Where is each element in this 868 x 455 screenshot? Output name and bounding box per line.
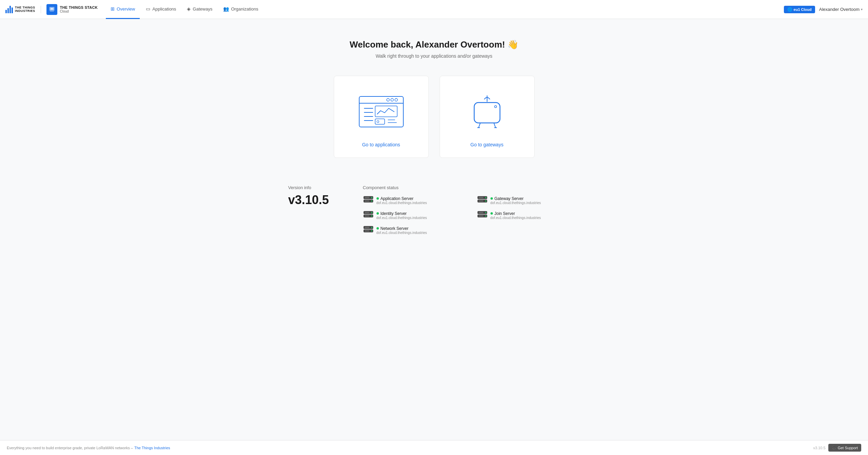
status-dot-application-server [377, 197, 379, 200]
applications-card[interactable]: Go to applications [334, 76, 429, 158]
component-item-gateway-server: Gateway Server dof.eu1.cloud.thethings.i… [477, 196, 580, 205]
get-support-button[interactable]: 🎧 Get Support [828, 444, 861, 452]
tti-logo-bars [5, 6, 13, 13]
navbar-left: THE THINGS INDUSTRIES THE THINGS STACK C… [5, 0, 263, 19]
svg-rect-3 [50, 11, 54, 12]
tti-logo [5, 6, 13, 13]
component-details-identity-server: Identity Server dof.eu1.cloud.thethings.… [377, 211, 427, 220]
component-item-join-server: Join Server dof.eu1.cloud.thethings.indu… [477, 211, 580, 220]
nav-label-applications: Applications [152, 6, 176, 12]
tts-line1: THE THINGS STACK [60, 5, 98, 10]
component-url-gateway-server: dof.eu1.cloud.thethings.industries [490, 201, 541, 205]
component-item-application-server: Application Server dof.eu1.cloud.thethin… [363, 196, 466, 205]
nav-item-applications[interactable]: ▭ Applications [141, 0, 181, 19]
info-section: Version info v3.10.5 Component status [288, 185, 580, 235]
nav-item-organizations[interactable]: 👥 Organizations [218, 0, 263, 19]
component-name-row-join-server: Join Server [490, 211, 541, 216]
version-info: Version info v3.10.5 [288, 185, 336, 207]
nav-label-gateways: Gateways [193, 6, 212, 12]
welcome-section: Welcome back, Alexander Overtoom! 👋 Walk… [350, 39, 518, 59]
svg-rect-40 [365, 215, 369, 217]
component-item-identity-server: Identity Server dof.eu1.cloud.thethings.… [363, 211, 466, 220]
svg-rect-39 [365, 212, 369, 213]
version-label: Version info [288, 185, 336, 190]
svg-rect-28 [365, 200, 369, 202]
svg-point-37 [371, 212, 372, 213]
nav-item-gateways[interactable]: ◈ Gateways [182, 0, 217, 19]
tts-brand[interactable]: THE THINGS STACK Cloud [41, 4, 106, 15]
svg-rect-33 [479, 197, 483, 198]
server-icon-join [477, 211, 488, 220]
footer-version: v3.10.5 [813, 446, 826, 450]
tts-logo-svg [49, 6, 55, 13]
welcome-title: Welcome back, Alexander Overtoom! 👋 [350, 39, 518, 50]
get-support-label: Get Support [838, 446, 858, 450]
cloud-badge[interactable]: 🌐 eu1 Cloud [784, 6, 815, 13]
footer-left-text: Everything you need to build enterprise … [7, 446, 133, 450]
component-name-identity-server: Identity Server [381, 211, 407, 216]
gateways-illustration [460, 90, 514, 134]
server-icon-application [363, 196, 374, 205]
component-details-network-server: Network Server dof.eu1.cloud.thethings.i… [377, 226, 427, 235]
applications-svg [354, 90, 408, 134]
gateways-svg [460, 90, 514, 134]
applications-icon: ▭ [146, 6, 150, 12]
applications-illustration [354, 90, 408, 134]
component-url-network-server: dof.eu1.cloud.thethings.industries [377, 231, 427, 235]
overview-icon: ⊞ [111, 6, 115, 12]
gateways-icon: ◈ [187, 6, 191, 12]
server-icon-identity [363, 211, 374, 220]
svg-point-38 [371, 215, 372, 217]
main-content: Welcome back, Alexander Overtoom! 👋 Walk… [0, 19, 868, 440]
user-menu[interactable]: Alexander Overtoom ▾ [819, 7, 863, 12]
svg-rect-52 [365, 230, 369, 232]
tti-brand-text: THE THINGS INDUSTRIES [15, 6, 35, 13]
component-url-identity-server: dof.eu1.cloud.thethings.industries [377, 216, 427, 220]
svg-point-32 [485, 200, 486, 202]
component-details-gateway-server: Gateway Server dof.eu1.cloud.thethings.i… [490, 196, 541, 205]
component-details-application-server: Application Server dof.eu1.cloud.thethin… [377, 196, 427, 205]
component-name-gateway-server: Gateway Server [495, 196, 524, 201]
svg-rect-46 [479, 215, 483, 217]
component-name-network-server: Network Server [381, 226, 409, 231]
svg-point-2 [51, 8, 53, 10]
svg-rect-45 [479, 212, 483, 213]
component-grid: Application Server dof.eu1.cloud.thethin… [363, 196, 580, 235]
svg-rect-51 [365, 227, 369, 228]
welcome-subtitle: Walk right through to your applications … [350, 53, 518, 59]
svg-point-50 [371, 230, 372, 232]
component-status: Component status Appl [363, 185, 580, 235]
footer-tti-link[interactable]: The Things Industries [134, 446, 170, 450]
nav-label-overview: Overview [117, 6, 135, 12]
svg-rect-34 [479, 200, 483, 202]
user-name: Alexander Overtoom [819, 7, 860, 12]
nav-item-overview[interactable]: ⊞ Overview [106, 0, 140, 19]
svg-rect-27 [365, 197, 369, 198]
server-icon-gateway [477, 196, 488, 205]
component-details-join-server: Join Server dof.eu1.cloud.thethings.indu… [490, 211, 541, 220]
component-name-row-identity-server: Identity Server [377, 211, 427, 216]
gateways-card[interactable]: Go to gateways [440, 76, 535, 158]
globe-icon: 🌐 [787, 7, 792, 12]
server-icon-network [363, 225, 374, 235]
component-name-application-server: Application Server [381, 196, 413, 201]
svg-point-31 [485, 197, 486, 198]
status-dot-join-server [490, 212, 493, 215]
tti-line2: INDUSTRIES [15, 10, 35, 13]
chevron-down-icon: ▾ [861, 7, 863, 11]
navbar-right: 🌐 eu1 Cloud Alexander Overtoom ▾ [784, 6, 863, 13]
cards-row: Go to applications Go to [334, 76, 535, 158]
applications-card-link[interactable]: Go to applications [362, 142, 400, 147]
tts-line2: Cloud [60, 10, 98, 13]
navbar: THE THINGS INDUSTRIES THE THINGS STACK C… [0, 0, 868, 19]
gateways-card-link[interactable]: Go to gateways [470, 142, 503, 147]
nav-items: ⊞ Overview ▭ Applications ◈ Gateways 👥 O… [106, 0, 263, 19]
tti-brand[interactable]: THE THINGS INDUSTRIES [5, 6, 41, 13]
tts-logo-icon [46, 4, 57, 15]
component-name-row-gateway-server: Gateway Server [490, 196, 541, 201]
svg-point-44 [485, 215, 486, 217]
version-number: v3.10.5 [288, 193, 336, 207]
cloud-badge-label: eu1 Cloud [794, 7, 812, 12]
footer-right: v3.10.5 🎧 Get Support [813, 444, 861, 452]
organizations-icon: 👥 [223, 6, 229, 12]
